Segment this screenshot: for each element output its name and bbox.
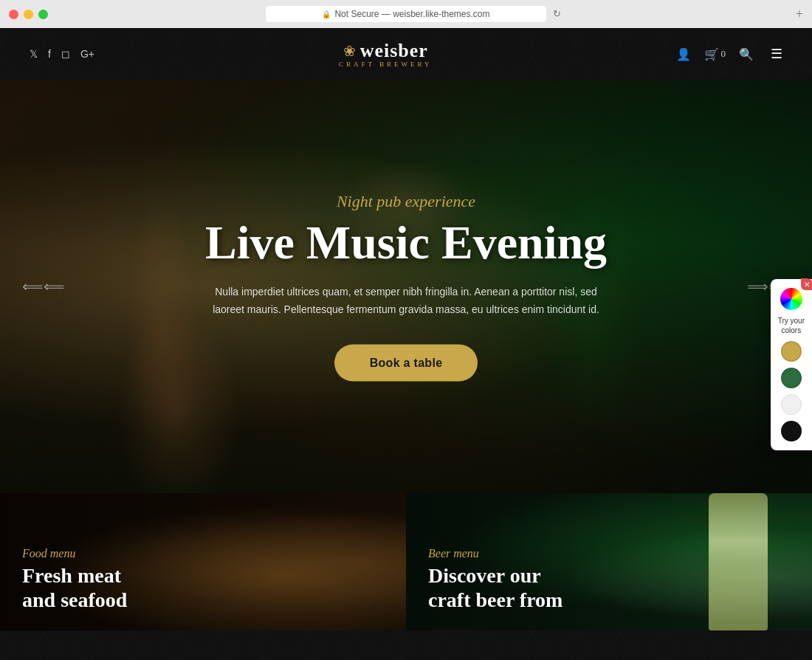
minimize-dot[interactable] <box>24 10 33 19</box>
book-table-button[interactable]: Book a table <box>334 344 478 381</box>
beer-menu-card[interactable]: Beer menu Discover ourcraft beer from <box>406 493 812 630</box>
googleplus-link[interactable]: G+ <box>80 48 94 60</box>
food-card-title: Fresh meatand seafood <box>22 563 384 613</box>
hero-tagline: Night pub experience <box>148 192 664 211</box>
food-card-content: Food menu Fresh meatand seafood <box>22 547 384 613</box>
logo-name: ❀ weisber <box>343 40 428 62</box>
logo[interactable]: ❀ weisber craft brewery <box>339 40 433 68</box>
logo-subtitle: craft brewery <box>339 61 433 68</box>
new-tab-button[interactable]: + <box>796 7 803 22</box>
site-header: 𝕏 f ◻ G+ ❀ weisber craft brewery 👤 🛒0 🔍 … <box>0 28 812 80</box>
instagram-link[interactable]: ◻ <box>61 48 70 60</box>
beer-category-label: Beer menu <box>428 547 790 560</box>
color-swatch-black[interactable] <box>781 421 802 441</box>
user-icon[interactable]: 👤 <box>676 47 691 61</box>
window-chrome: 🔒 Not Secure — weisber.like-themes.com ↻… <box>0 0 812 28</box>
hero-content: Night pub experience Live Music Evening … <box>148 192 664 382</box>
beer-card-content: Beer menu Discover ourcraft beer from <box>428 547 790 613</box>
logo-text: weisber <box>360 40 428 62</box>
address-bar[interactable]: 🔒 Not Secure — weisber.like-themes.com <box>266 6 546 22</box>
color-wheel-icon[interactable] <box>780 288 802 310</box>
food-menu-card[interactable]: Food menu Fresh meatand seafood <box>0 493 406 630</box>
switcher-close-button[interactable]: ✕ <box>801 278 812 290</box>
hero-description: Nulla imperdiet ultrices quam, et semper… <box>199 283 613 319</box>
bottom-cards: Food menu Fresh meatand seafood Beer men… <box>0 493 812 630</box>
url-text: Not Secure — weisber.like-themes.com <box>334 9 489 19</box>
search-icon[interactable]: 🔍 <box>739 47 754 61</box>
food-category-label: Food menu <box>22 547 384 560</box>
refresh-button[interactable]: ↻ <box>553 8 561 20</box>
color-swatch-white[interactable] <box>781 394 802 415</box>
color-swatch-green[interactable] <box>781 368 802 388</box>
twitter-link[interactable]: 𝕏 <box>30 48 38 60</box>
menu-icon[interactable]: ☰ <box>771 46 782 62</box>
prev-arrow-icon: ⟸⟸ <box>22 278 65 295</box>
color-switcher-panel: ✕ Try yourcolors <box>771 279 812 450</box>
hero-title: Live Music Evening <box>148 217 664 269</box>
hero-section: ⟸⟸ Night pub experience Live Music Eveni… <box>0 80 812 493</box>
header-actions: 👤 🛒0 🔍 ☰ <box>676 46 782 62</box>
fullscreen-dot[interactable] <box>38 10 48 19</box>
site-wrapper: 𝕏 f ◻ G+ ❀ weisber craft brewery 👤 🛒0 🔍 … <box>0 28 812 660</box>
cart-badge[interactable]: 🛒0 <box>704 47 726 61</box>
facebook-link[interactable]: f <box>48 48 51 60</box>
color-swatch-gold[interactable] <box>781 341 802 362</box>
switcher-label: Try yourcolors <box>778 316 805 335</box>
close-dot[interactable] <box>9 10 18 19</box>
cart-count: 0 <box>720 48 726 60</box>
window-traffic-lights <box>9 10 48 19</box>
lock-icon: 🔒 <box>322 10 331 18</box>
social-links: 𝕏 f ◻ G+ <box>30 48 94 60</box>
beer-card-title: Discover ourcraft beer from <box>428 563 790 613</box>
slider-prev-button[interactable]: ⟸⟸ <box>22 278 65 295</box>
logo-icon: ❀ <box>343 42 356 60</box>
